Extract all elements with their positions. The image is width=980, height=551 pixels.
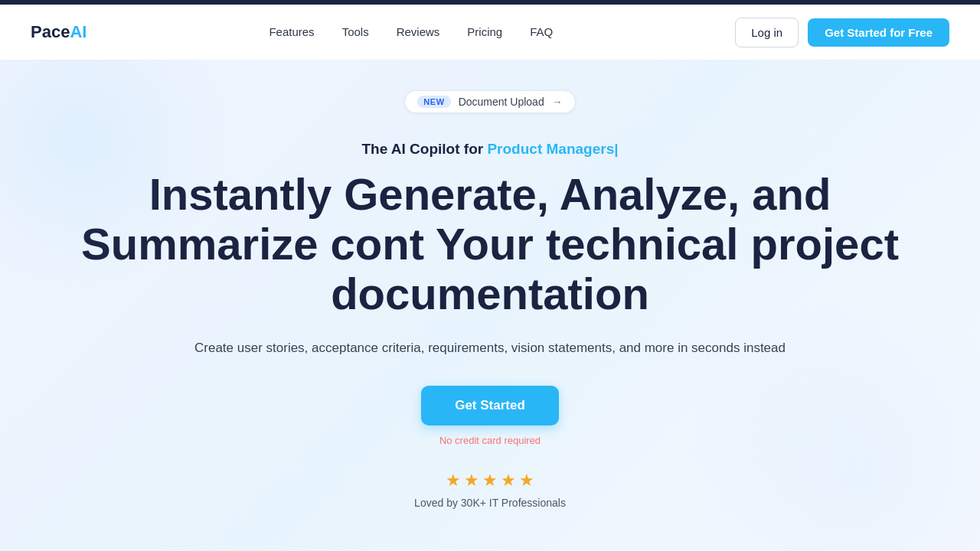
- navbar: PaceAI Features Tools Reviews Pricing FA…: [0, 5, 980, 60]
- logo[interactable]: PaceAI: [31, 22, 87, 42]
- nav-link-tools[interactable]: Tools: [342, 25, 369, 38]
- logo-pace: Pace: [31, 22, 70, 42]
- nav-links: Features Tools Reviews Pricing FAQ: [269, 25, 553, 39]
- logo-ai: AI: [70, 22, 87, 42]
- announcement-banner[interactable]: NEW Document Upload →: [404, 90, 575, 113]
- hero-description: Create user stories, acceptance criteria…: [194, 337, 786, 358]
- hero-section: NEW Document Upload → The AI Copilot for…: [0, 60, 980, 551]
- announcement-arrow-icon: →: [552, 96, 563, 108]
- stars-section: ★ ★ ★ ★ ★ Loved by 30K+ IT Professionals: [414, 471, 566, 509]
- nav-link-faq[interactable]: FAQ: [530, 25, 553, 38]
- star-5: ★: [519, 471, 534, 491]
- get-started-hero-button[interactable]: Get Started: [421, 386, 559, 425]
- nav-item-pricing[interactable]: Pricing: [467, 25, 502, 39]
- nav-item-faq[interactable]: FAQ: [530, 25, 553, 39]
- new-badge: NEW: [417, 96, 450, 108]
- nav-item-reviews[interactable]: Reviews: [397, 25, 440, 39]
- nav-link-reviews[interactable]: Reviews: [397, 25, 440, 38]
- nav-item-tools[interactable]: Tools: [342, 25, 369, 39]
- nav-link-features[interactable]: Features: [269, 25, 314, 38]
- announcement-text: Document Upload: [459, 96, 544, 108]
- hero-subtitle-highlight: Product Managers|: [487, 141, 618, 157]
- nav-item-features[interactable]: Features: [269, 25, 314, 39]
- nav-link-pricing[interactable]: Pricing: [467, 25, 502, 38]
- nav-actions: Log in Get Started for Free: [735, 18, 949, 47]
- star-3: ★: [482, 471, 498, 491]
- loved-by-text: Loved by 30K+ IT Professionals: [414, 497, 566, 509]
- star-2: ★: [464, 471, 479, 491]
- login-button[interactable]: Log in: [735, 18, 799, 47]
- stars-container: ★ ★ ★ ★ ★: [446, 471, 534, 491]
- star-4: ★: [501, 471, 516, 491]
- star-1: ★: [446, 471, 461, 491]
- no-credit-card-text: No credit card required: [439, 435, 541, 446]
- hero-title: Instantly Generate, Analyze, and Summari…: [69, 170, 911, 319]
- get-started-nav-button[interactable]: Get Started for Free: [808, 18, 949, 47]
- hero-subtitle: The AI Copilot for Product Managers|: [361, 141, 618, 158]
